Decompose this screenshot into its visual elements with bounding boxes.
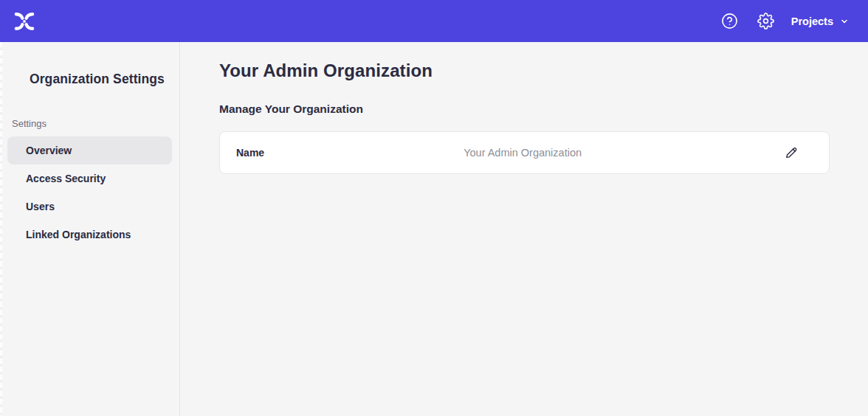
sidebar-item-label: Users xyxy=(26,201,55,212)
page-title: Your Admin Organization xyxy=(219,60,830,82)
sidebar: Organization Settings Settings Overview … xyxy=(0,42,180,416)
pencil-icon[interactable] xyxy=(783,145,799,161)
projects-label: Projects xyxy=(791,15,833,27)
sidebar-item-linked-organizations[interactable]: Linked Organizations xyxy=(7,221,172,249)
chevron-down-icon xyxy=(840,17,849,26)
app-shell: Organization Settings Settings Overview … xyxy=(0,42,868,416)
sidebar-item-users[interactable]: Users xyxy=(7,193,172,221)
sidebar-item-label: Linked Organizations xyxy=(26,229,131,240)
sidebar-section-label: Settings xyxy=(0,118,179,129)
gear-icon[interactable] xyxy=(757,13,775,30)
main-content: Your Admin Organization Manage Your Orga… xyxy=(180,42,868,416)
sidebar-item-overview[interactable]: Overview xyxy=(7,136,172,164)
sidebar-nav: Overview Access Security Users Linked Or… xyxy=(0,136,179,249)
projects-dropdown[interactable]: Projects xyxy=(791,15,849,27)
brand-x-logo-icon[interactable] xyxy=(12,10,37,32)
sidebar-title: Organization Settings xyxy=(0,72,179,87)
topbar-actions: Projects xyxy=(721,13,849,30)
sidebar-item-label: Access Security xyxy=(26,173,106,184)
topbar: Projects xyxy=(0,0,868,42)
sidebar-edge-decoration xyxy=(0,42,2,416)
organization-name-card: Name Your Admin Organization xyxy=(219,131,830,174)
name-field-label: Name xyxy=(220,147,264,159)
organization-name-value: Your Admin Organization xyxy=(464,147,582,159)
sidebar-item-access-security[interactable]: Access Security xyxy=(7,164,172,193)
sidebar-item-label: Overview xyxy=(26,145,72,156)
section-title: Manage Your Organization xyxy=(219,103,830,116)
help-circle-icon[interactable] xyxy=(721,13,739,30)
